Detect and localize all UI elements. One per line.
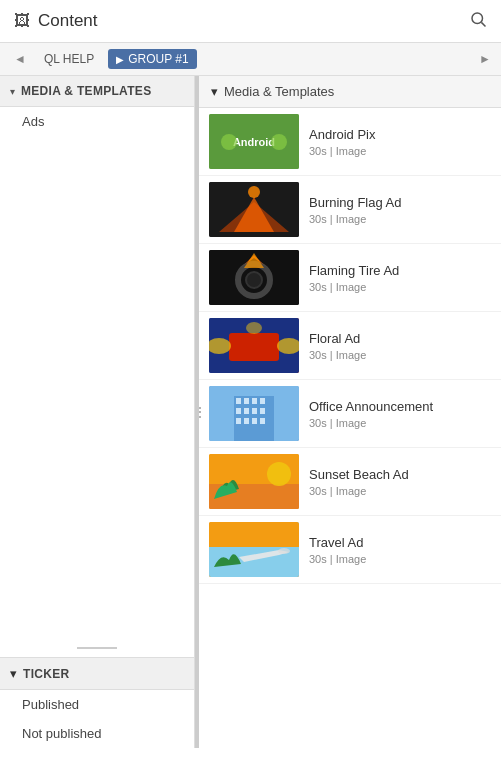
media-thumbnail-travel-ad <box>209 522 299 577</box>
media-title-burning-flag: Burning Flag Ad <box>309 195 491 210</box>
tab-bar: ◄ QL HELP ▶ GROUP #1 ► <box>0 43 501 76</box>
content-section-label: Media & Templates <box>224 84 334 99</box>
sidebar-item-not-published[interactable]: Not published <box>0 719 194 748</box>
content-icon: 🖼 <box>14 12 30 30</box>
content-section-arrow: ▾ <box>211 84 218 99</box>
header-left: 🖼 Content <box>14 11 98 31</box>
media-thumbnail-sunset-beach <box>209 454 299 509</box>
media-meta-floral-ad: 30s | Image <box>309 349 491 361</box>
svg-rect-22 <box>236 398 241 404</box>
media-meta-android-pix: 30s | Image <box>309 145 491 157</box>
sidebar-ticker-label: TICKER <box>23 667 69 681</box>
sidebar: ▾ MEDIA & TEMPLATES Ads ▾ TICKER Publish… <box>0 76 195 748</box>
page-title: Content <box>38 11 98 31</box>
media-thumbnail-android-pix: Android <box>209 114 299 169</box>
search-icon[interactable] <box>469 10 487 32</box>
svg-point-5 <box>271 134 287 150</box>
svg-rect-33 <box>260 418 265 424</box>
media-info-flaming-tire: Flaming Tire Ad 30s | Image <box>309 263 491 293</box>
media-info-office-announcement: Office Announcement 30s | Image <box>309 399 491 429</box>
media-info-travel-ad: Travel Ad 30s | Image <box>309 535 491 565</box>
media-info-floral-ad: Floral Ad 30s | Image <box>309 331 491 361</box>
media-meta-burning-flag: 30s | Image <box>309 213 491 225</box>
media-meta-flaming-tire: 30s | Image <box>309 281 491 293</box>
media-info-burning-flag: Burning Flag Ad 30s | Image <box>309 195 491 225</box>
media-meta-travel-ad: 30s | Image <box>309 553 491 565</box>
sidebar-item-ads[interactable]: Ads <box>0 107 194 136</box>
media-item-flaming-tire[interactable]: Flaming Tire Ad 30s | Image <box>199 244 501 312</box>
media-section-arrow: ▾ <box>10 86 15 97</box>
main-layout: ▾ MEDIA & TEMPLATES Ads ▾ TICKER Publish… <box>0 76 501 748</box>
sidebar-item-published[interactable]: Published <box>0 690 194 719</box>
svg-rect-32 <box>252 418 257 424</box>
content-section-header: ▾ Media & Templates <box>199 76 501 108</box>
media-info-android-pix: Android Pix 30s | Image <box>309 127 491 157</box>
svg-point-36 <box>267 462 291 486</box>
header: 🖼 Content <box>0 0 501 43</box>
tab-arrow-left[interactable]: ◄ <box>10 50 30 68</box>
media-meta-office-announcement: 30s | Image <box>309 417 491 429</box>
media-item-floral-ad[interactable]: Floral Ad 30s | Image <box>199 312 501 380</box>
media-title-flaming-tire: Flaming Tire Ad <box>309 263 491 278</box>
media-info-sunset-beach: Sunset Beach Ad 30s | Image <box>309 467 491 497</box>
svg-rect-24 <box>252 398 257 404</box>
svg-rect-28 <box>252 408 257 414</box>
media-thumbnail-office-announcement <box>209 386 299 441</box>
tab-ql-help[interactable]: QL HELP <box>36 49 102 69</box>
tab-play-icon: ▶ <box>116 54 124 65</box>
content-area: ▾ Media & Templates Android Android Pix … <box>199 76 501 748</box>
media-list: Android Android Pix 30s | Image Burn <box>199 108 501 584</box>
svg-point-0 <box>472 13 483 24</box>
svg-point-4 <box>221 134 237 150</box>
svg-rect-29 <box>260 408 265 414</box>
tab-arrow-right[interactable]: ► <box>479 52 491 66</box>
media-title-android-pix: Android Pix <box>309 127 491 142</box>
media-item-office-announcement[interactable]: Office Announcement 30s | Image <box>199 380 501 448</box>
media-thumbnail-flaming-tire <box>209 250 299 305</box>
media-item-android-pix[interactable]: Android Android Pix 30s | Image <box>199 108 501 176</box>
sidebar-media-section-header[interactable]: ▾ MEDIA & TEMPLATES <box>0 76 194 107</box>
media-item-travel-ad[interactable]: Travel Ad 30s | Image <box>199 516 501 584</box>
svg-point-9 <box>248 186 260 198</box>
svg-rect-26 <box>236 408 241 414</box>
sidebar-divider <box>77 647 117 649</box>
sidebar-ticker-section-header[interactable]: ▾ TICKER <box>0 657 194 690</box>
svg-rect-27 <box>244 408 249 414</box>
sidebar-media-label: MEDIA & TEMPLATES <box>21 84 151 98</box>
svg-rect-31 <box>244 418 249 424</box>
ticker-section-arrow: ▾ <box>10 666 17 681</box>
svg-point-39 <box>278 548 290 554</box>
tab-group1[interactable]: ▶ GROUP #1 <box>108 49 196 69</box>
svg-rect-30 <box>236 418 241 424</box>
sidebar-spacer <box>0 136 194 639</box>
media-title-office-announcement: Office Announcement <box>309 399 491 414</box>
svg-rect-25 <box>260 398 265 404</box>
svg-text:Android: Android <box>233 136 275 148</box>
media-item-sunset-beach[interactable]: Sunset Beach Ad 30s | Image <box>199 448 501 516</box>
media-thumbnail-floral-ad <box>209 318 299 373</box>
media-thumbnail-burning-flag <box>209 182 299 237</box>
svg-rect-16 <box>229 333 279 361</box>
resize-handle[interactable] <box>195 76 199 748</box>
svg-point-12 <box>246 272 262 288</box>
svg-point-19 <box>246 322 262 334</box>
media-title-floral-ad: Floral Ad <box>309 331 491 346</box>
media-title-sunset-beach: Sunset Beach Ad <box>309 467 491 482</box>
svg-rect-23 <box>244 398 249 404</box>
media-title-travel-ad: Travel Ad <box>309 535 491 550</box>
svg-line-1 <box>481 22 485 26</box>
media-item-burning-flag[interactable]: Burning Flag Ad 30s | Image <box>199 176 501 244</box>
media-meta-sunset-beach: 30s | Image <box>309 485 491 497</box>
